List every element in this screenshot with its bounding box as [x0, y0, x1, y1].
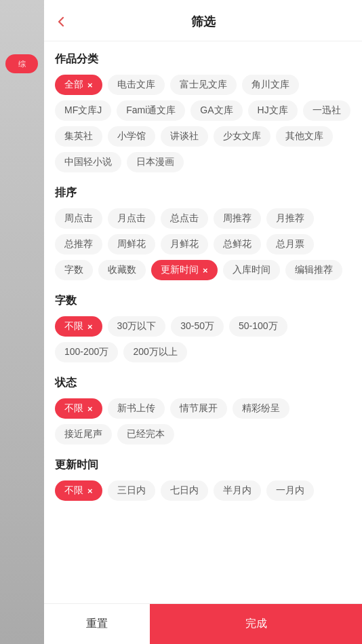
tag-三日内[interactable]: 三日内 [108, 480, 155, 501]
tag-少女文库[interactable]: 少女文库 [214, 126, 270, 147]
tag-30万以下[interactable]: 30万以下 [108, 316, 166, 337]
tags-sort: 周点击月点击总点击周推荐月推荐总推荐周鲜花月鲜花总鲜花总月票字数收藏数更新时间×… [55, 208, 351, 280]
tag-集英社[interactable]: 集英社 [55, 126, 102, 147]
tag-label: 编辑推荐 [295, 264, 333, 276]
tag-总鲜花[interactable]: 总鲜花 [214, 234, 261, 254]
tag-label: 50-100万 [239, 320, 278, 333]
tag-小学馆[interactable]: 小学馆 [108, 126, 155, 147]
tag-label: 七日内 [170, 485, 199, 497]
tag-GA文库[interactable]: GA文库 [190, 100, 242, 121]
tag-label: 入库时间 [233, 264, 270, 276]
section-status: 状态不限×新书上传情节展开精彩纷呈接近尾声已经完本 [55, 376, 351, 444]
tag-总推荐[interactable]: 总推荐 [55, 234, 102, 254]
tag-角川文库[interactable]: 角川文库 [242, 75, 299, 95]
tag-label: 周点击 [64, 212, 93, 225]
tag-全部[interactable]: 全部× [55, 75, 102, 95]
tag-不限[interactable]: 不限× [55, 480, 102, 501]
tag-日本漫画[interactable]: 日本漫画 [127, 152, 184, 172]
tag-200万以上[interactable]: 200万以上 [123, 342, 186, 362]
tag-label: 周鲜花 [117, 238, 146, 250]
tag-close-icon[interactable]: × [203, 265, 208, 276]
tag-label: 小学馆 [117, 130, 146, 143]
tag-close-icon[interactable]: × [87, 486, 93, 496]
section-update_time: 更新时间不限×三日内七日内半月内一月内 [55, 458, 351, 501]
tag-其他文库[interactable]: 其他文库 [276, 126, 333, 147]
tag-label: GA文库 [200, 105, 233, 117]
section-title-category: 作品分类 [55, 52, 351, 67]
tag-label: 讲谈社 [170, 130, 199, 143]
tag-label: 中国轻小说 [64, 156, 112, 168]
tag-label: 不限 [64, 320, 83, 333]
tag-不限[interactable]: 不限× [55, 398, 102, 419]
tag-label: 更新时间 [161, 264, 199, 276]
tag-一迅社[interactable]: 一迅社 [303, 100, 350, 121]
tag-已经完本[interactable]: 已经完本 [117, 424, 174, 444]
tag-label: 少女文库 [223, 130, 261, 143]
tag-中国轻小说[interactable]: 中国轻小说 [55, 152, 121, 172]
tag-label: 100-200万 [64, 346, 108, 358]
tag-不限[interactable]: 不限× [55, 316, 102, 337]
tag-close-icon[interactable]: × [87, 404, 93, 414]
tag-100-200万[interactable]: 100-200万 [55, 342, 118, 362]
tag-编辑推荐[interactable]: 编辑推荐 [285, 260, 342, 280]
filter-content: 作品分类全部×电击文库富士见文库角川文库MF文库JFami通文库GA文库HJ文库… [44, 41, 362, 603]
tag-情节展开[interactable]: 情节展开 [170, 398, 227, 419]
tag-新书上传[interactable]: 新书上传 [108, 398, 165, 419]
tag-30-50万[interactable]: 30-50万 [171, 316, 224, 337]
tag-label: 集英社 [64, 130, 93, 143]
tag-label: 月推荐 [276, 212, 304, 225]
filter-header: 筛选 [44, 0, 362, 41]
tag-label: 精彩纷呈 [242, 402, 280, 415]
tag-label: 已经完本 [127, 428, 165, 440]
tag-close-icon[interactable]: × [87, 80, 93, 90]
tag-HJ文库[interactable]: HJ文库 [248, 100, 298, 121]
tag-label: 月点击 [117, 212, 146, 225]
tag-电击文库[interactable]: 电击文库 [108, 75, 165, 95]
tag-label: MF文库J [64, 105, 102, 117]
tag-label: 收藏数 [108, 264, 136, 276]
tag-接近尾声[interactable]: 接近尾声 [55, 424, 112, 444]
section-category: 作品分类全部×电击文库富士见文库角川文库MF文库JFami通文库GA文库HJ文库… [55, 52, 351, 172]
tag-总点击[interactable]: 总点击 [161, 208, 208, 229]
reset-button[interactable]: 重置 [44, 604, 150, 644]
tag-label: 总月票 [276, 238, 304, 250]
tag-MF文库J[interactable]: MF文库J [55, 100, 111, 121]
sidebar-pill: 综 [5, 54, 38, 73]
tag-label: 30万以下 [117, 320, 157, 333]
tag-label: Fami通文库 [126, 105, 176, 117]
tag-周鲜花[interactable]: 周鲜花 [108, 234, 155, 254]
confirm-button[interactable]: 完成 [150, 604, 362, 644]
filter-panel: 筛选 作品分类全部×电击文库富士见文库角川文库MF文库JFami通文库GA文库H… [44, 0, 362, 644]
tag-周推荐[interactable]: 周推荐 [214, 208, 261, 229]
tag-月推荐[interactable]: 月推荐 [266, 208, 314, 229]
sidebar-background: 综 [0, 0, 44, 644]
tags-category: 全部×电击文库富士见文库角川文库MF文库JFami通文库GA文库HJ文库一迅社集… [55, 75, 351, 172]
tag-label: 日本漫画 [136, 156, 174, 168]
tag-label: 不限 [64, 485, 83, 497]
tag-字数[interactable]: 字数 [55, 260, 93, 280]
back-button[interactable] [55, 16, 67, 28]
tag-富士见文库[interactable]: 富士见文库 [170, 75, 237, 95]
tag-更新时间[interactable]: 更新时间× [151, 260, 218, 280]
tags-wordcount: 不限×30万以下30-50万50-100万100-200万200万以上 [55, 316, 351, 362]
filter-footer: 重置 完成 [44, 603, 362, 644]
tag-收藏数[interactable]: 收藏数 [98, 260, 146, 280]
header-title: 筛选 [191, 14, 216, 30]
tag-月点击[interactable]: 月点击 [108, 208, 155, 229]
tag-半月内[interactable]: 半月内 [214, 480, 261, 501]
tag-讲谈社[interactable]: 讲谈社 [161, 126, 208, 147]
tag-周点击[interactable]: 周点击 [55, 208, 102, 229]
tag-入库时间[interactable]: 入库时间 [223, 260, 280, 280]
tag-label: 一月内 [276, 485, 304, 497]
tag-七日内[interactable]: 七日内 [161, 480, 208, 501]
tag-月鲜花[interactable]: 月鲜花 [161, 234, 208, 254]
tag-50-100万[interactable]: 50-100万 [229, 316, 287, 337]
tag-close-icon[interactable]: × [87, 322, 93, 332]
tag-Fami通文库[interactable]: Fami通文库 [117, 100, 185, 121]
tag-精彩纷呈[interactable]: 精彩纷呈 [233, 398, 289, 419]
tag-label: 一迅社 [313, 105, 341, 117]
tag-label: 其他文库 [285, 130, 323, 143]
tag-总月票[interactable]: 总月票 [266, 234, 314, 254]
tags-status: 不限×新书上传情节展开精彩纷呈接近尾声已经完本 [55, 398, 351, 444]
tag-一月内[interactable]: 一月内 [266, 480, 314, 501]
